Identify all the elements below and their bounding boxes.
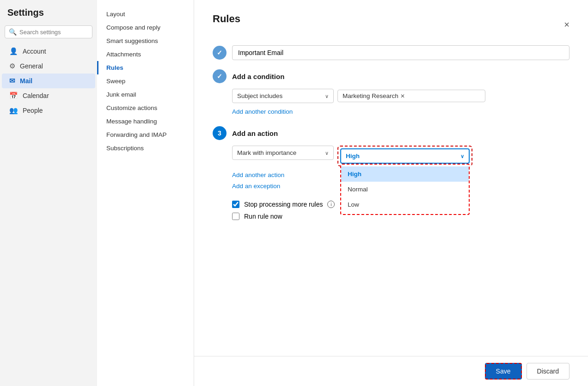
checkmark-icon-2: ✓: [217, 73, 222, 80]
add-condition-link[interactable]: Add another condition: [232, 108, 293, 115]
sidebar-item-label-general: General: [20, 62, 43, 70]
checkmark-icon: ✓: [217, 49, 222, 56]
search-settings-input[interactable]: [19, 29, 88, 36]
action-type-dropdown[interactable]: Mark with importance: [232, 146, 334, 160]
stop-processing-label[interactable]: Stop processing more rules: [244, 201, 323, 208]
main-content: Rules × ✓ ✓ Add a condition Subject incl…: [194, 0, 588, 386]
importance-option-low[interactable]: Low: [341, 197, 469, 212]
rules-title: Rules: [213, 13, 240, 25]
condition-row: Subject includes Marketing Research ✕: [232, 89, 570, 103]
importance-chevron-icon: [460, 153, 464, 159]
sidebar-item-label-account: Account: [23, 48, 46, 55]
account-icon: 👤: [9, 47, 18, 55]
sidebar-item-mail[interactable]: ✉ Mail: [2, 74, 95, 88]
sidebar-item-label-mail: Mail: [20, 77, 32, 85]
add-exception-link[interactable]: Add an exception: [232, 183, 280, 190]
subnav-attachments[interactable]: Attachments: [97, 48, 194, 61]
sub-navigation: Layout Compose and reply Smart suggestio…: [97, 0, 194, 386]
condition-section-header: ✓ Add a condition: [213, 69, 570, 83]
rule-name-input[interactable]: [232, 45, 570, 60]
action-type-value: Mark with importance: [237, 149, 296, 156]
importance-option-normal[interactable]: Normal: [341, 182, 469, 197]
stop-processing-checkbox[interactable]: [232, 201, 239, 208]
subnav-sweep[interactable]: Sweep: [97, 74, 194, 88]
search-settings-box[interactable]: 🔍: [5, 25, 92, 38]
action-section: 3 Add an action Mark with importance Hig…: [213, 126, 570, 193]
save-button[interactable]: Save: [485, 363, 522, 380]
importance-selected-value: High: [346, 153, 360, 159]
sidebar-item-label-calendar: Calendar: [23, 92, 49, 99]
step2-check-circle: ✓: [213, 69, 227, 83]
people-icon: 👥: [9, 106, 18, 115]
importance-dropdown-menu: High Normal Low: [340, 164, 470, 215]
close-button[interactable]: ×: [564, 19, 570, 30]
app-title: Settings: [0, 7, 97, 25]
subnav-compose-reply[interactable]: Compose and reply: [97, 21, 194, 34]
subnav-forwarding-imap[interactable]: Forwarding and IMAP: [97, 128, 194, 141]
mail-icon: ✉: [9, 77, 15, 85]
subnav-junk-email[interactable]: Junk email: [97, 88, 194, 101]
subnav-customize-actions[interactable]: Customize actions: [97, 101, 194, 115]
run-rule-label[interactable]: Run rule now: [244, 213, 282, 220]
subnav-subscriptions[interactable]: Subscriptions: [97, 141, 194, 155]
add-action-link[interactable]: Add another action: [232, 172, 284, 178]
discard-button[interactable]: Discard: [527, 363, 570, 380]
subnav-message-handling[interactable]: Message handling: [97, 115, 194, 128]
sidebar-item-calendar[interactable]: 📅 Calendar: [2, 88, 95, 103]
step3-number-circle: 3: [213, 126, 227, 140]
search-icon: 🔍: [9, 28, 17, 36]
sidebar-item-label-people: People: [23, 107, 43, 114]
panel-footer: Save Discard: [194, 356, 588, 386]
subnav-rules[interactable]: Rules: [97, 61, 194, 74]
general-icon: ⚙: [9, 62, 15, 70]
condition-dropdown-chevron: [325, 92, 329, 99]
condition-tag: Marketing Research ✕: [343, 92, 405, 99]
sidebar-item-general[interactable]: ⚙ General: [2, 59, 95, 74]
importance-option-high[interactable]: High: [341, 166, 469, 182]
sidebar-item-account[interactable]: 👤 Account: [2, 44, 95, 59]
step1-check-circle: ✓: [213, 46, 227, 60]
action-row: Mark with importance High High Normal Lo…: [232, 146, 570, 166]
condition-section: ✓ Add a condition Subject includes Marke…: [213, 69, 570, 119]
importance-dashed-border: High High Normal Low: [337, 146, 472, 166]
rule-name-row: ✓: [213, 45, 570, 60]
action-section-title: Add an action: [232, 129, 278, 137]
action-section-header: 3 Add an action: [213, 126, 570, 140]
subnav-smart-suggestions[interactable]: Smart suggestions: [97, 34, 194, 48]
condition-tag-remove[interactable]: ✕: [400, 93, 405, 99]
rules-panel: Rules × ✓ ✓ Add a condition Subject incl…: [194, 0, 588, 356]
step3-number: 3: [218, 129, 221, 137]
calendar-icon: 📅: [9, 92, 18, 100]
condition-value-box: Marketing Research ✕: [337, 90, 485, 102]
condition-tag-text: Marketing Research: [343, 92, 398, 99]
importance-wrapper: High High Normal Low: [340, 148, 470, 164]
run-rule-checkbox[interactable]: [232, 213, 239, 220]
action-dropdown-chevron: [325, 149, 329, 156]
condition-type-value: Subject includes: [237, 92, 282, 99]
importance-dropdown[interactable]: High: [340, 148, 470, 164]
condition-section-title: Add a condition: [232, 73, 284, 80]
condition-type-dropdown[interactable]: Subject includes: [232, 89, 334, 103]
sidebar-item-people[interactable]: 👥 People: [2, 103, 95, 118]
info-icon: i: [327, 201, 335, 208]
subnav-layout[interactable]: Layout: [97, 7, 194, 21]
sidebar: Settings 🔍 👤 Account ⚙ General ✉ Mail 📅 …: [0, 0, 97, 386]
